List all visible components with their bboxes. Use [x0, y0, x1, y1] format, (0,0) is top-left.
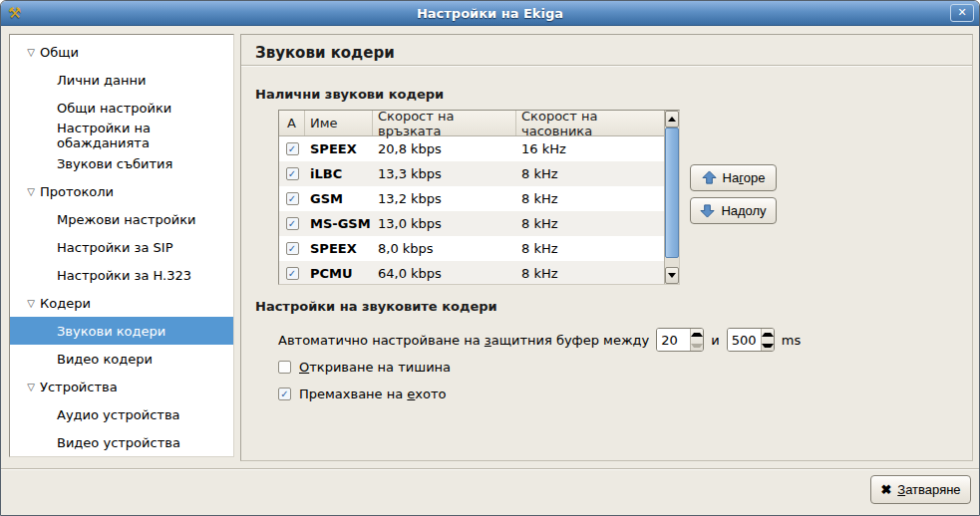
- spin-down-icon[interactable]: [691, 340, 703, 351]
- check-icon: ✓: [288, 218, 296, 229]
- preferences-window: ⚒ Настройки на Ekiga ✕ ▽ Общи Лични данн…: [0, 0, 980, 516]
- close-x-icon: ✖: [880, 482, 891, 497]
- check-icon: ✓: [280, 388, 288, 399]
- up-arrow-icon: [702, 170, 717, 185]
- codec-table-header: A Име Скорост на връзката Скорост на час…: [279, 111, 679, 136]
- footer-separator: [1, 468, 979, 470]
- jitter-unit-label: ms: [782, 333, 801, 348]
- check-icon: ✓: [288, 193, 296, 204]
- expander-icon[interactable]: ▽: [22, 382, 40, 392]
- expander-icon[interactable]: ▽: [22, 298, 40, 309]
- move-up-button[interactable]: Нагоре: [690, 164, 777, 191]
- codec-enabled-checkbox[interactable]: ✓: [286, 267, 299, 280]
- check-icon: ✓: [288, 268, 296, 279]
- codec-enabled-checkbox[interactable]: ✓: [286, 242, 299, 255]
- codec-enabled-checkbox[interactable]: ✓: [286, 217, 299, 230]
- check-icon: ✓: [288, 168, 296, 179]
- close-dialog-button[interactable]: ✖ Затваряне: [870, 475, 971, 504]
- spin-down-icon[interactable]: [762, 340, 774, 351]
- sidebar-item-lichni-danni[interactable]: Лични данни: [10, 66, 233, 94]
- jitter-max-input[interactable]: [728, 329, 761, 351]
- codec-enabled-checkbox[interactable]: ✓: [286, 142, 299, 155]
- expander-icon[interactable]: ▽: [22, 186, 40, 197]
- sidebar-section-protokoli[interactable]: ▽ Протоколи: [10, 177, 233, 205]
- column-header-active[interactable]: A: [279, 111, 305, 135]
- close-icon: ✕: [957, 6, 966, 19]
- sidebar-item-video-ustroystva[interactable]: Видео устройства: [10, 428, 233, 456]
- spin-up-icon[interactable]: [691, 329, 703, 340]
- sidebar-item-mrezhovi-nastroyki[interactable]: Мрежови настройки: [10, 205, 233, 233]
- table-row[interactable]: ✓ iLBC 13,3 kbps 8 kHz: [279, 161, 664, 186]
- available-codecs-label: Налични звукови кодери: [255, 87, 444, 102]
- table-row[interactable]: ✓ GSM 13,2 kbps 8 kHz: [279, 186, 664, 211]
- table-row[interactable]: ✓ MS-GSM 13,0 kbps 8 kHz: [279, 211, 664, 236]
- check-icon: ✓: [288, 143, 296, 154]
- jitter-conjunction-label: и: [711, 333, 719, 348]
- table-scrollbar[interactable]: [664, 111, 679, 284]
- titlebar[interactable]: ⚒ Настройки на Ekiga ✕: [1, 1, 979, 26]
- silence-detection-checkbox[interactable]: [278, 361, 291, 374]
- spin-up-icon[interactable]: [762, 329, 774, 340]
- echo-cancellation-checkbox[interactable]: ✓: [278, 387, 291, 400]
- preferences-nav-tree: ▽ Общи Лични данни Общи настройки Настро…: [9, 34, 234, 457]
- check-icon: ✓: [288, 243, 296, 254]
- scrollbar-thumb[interactable]: [665, 128, 679, 258]
- codec-table-body: ✓ SPEEX 20,8 kbps 16 kHz ✓ iLBC 13,3 kbp…: [279, 136, 664, 284]
- column-header-bandwidth[interactable]: Скорост на връзката: [373, 111, 516, 135]
- sidebar-item-zvukovi-koderi[interactable]: Звукови кодери: [10, 317, 233, 345]
- sidebar-item-nastroyki-na-obazhdaniyata[interactable]: Настройки на обажданията: [10, 122, 233, 149]
- sidebar-section-koderi[interactable]: ▽ Кодери: [10, 289, 233, 317]
- column-header-name[interactable]: Име: [305, 111, 373, 135]
- codec-table: A Име Скорост на връзката Скорост на час…: [278, 110, 680, 285]
- scroll-up-button[interactable]: [665, 111, 679, 128]
- expander-icon[interactable]: ▽: [22, 47, 40, 58]
- sidebar-item-nastroyki-za-h323[interactable]: Настройки за H.323: [10, 261, 233, 289]
- table-row[interactable]: ✓ PCMU 64,0 kbps 8 kHz: [279, 261, 664, 284]
- scroll-down-icon: [668, 273, 676, 278]
- audio-codecs-page: Звукови кодери Налични звукови кодери A …: [240, 34, 973, 461]
- column-header-clock[interactable]: Скорост на часовника: [516, 111, 664, 135]
- scroll-up-icon: [668, 117, 676, 122]
- down-arrow-icon: [700, 203, 715, 218]
- jitter-max-spinner[interactable]: [727, 328, 775, 352]
- table-row[interactable]: ✓ SPEEX 8,0 kbps 8 kHz: [279, 236, 664, 261]
- codec-settings-label: Настройки на звуковите кодери: [255, 299, 497, 314]
- tools-window-icon: ⚒: [8, 4, 21, 22]
- sidebar-item-video-koderi[interactable]: Видео кодери: [10, 345, 233, 373]
- silence-detection-checkbox-row[interactable]: Откриване на тишина: [278, 360, 451, 375]
- window-title: Настройки на Ekiga: [1, 6, 979, 21]
- sidebar-item-obshti-nastroyki[interactable]: Общи настройки: [10, 94, 233, 122]
- echo-cancellation-checkbox-row[interactable]: ✓ Премахване на ехото: [278, 387, 447, 401]
- codec-enabled-checkbox[interactable]: ✓: [286, 192, 299, 205]
- jitter-min-spinner[interactable]: [656, 328, 704, 352]
- codec-enabled-checkbox[interactable]: ✓: [286, 167, 299, 180]
- jitter-min-input[interactable]: [657, 329, 690, 351]
- jitter-buffer-row: Автоматично настройване на защитния буфе…: [278, 328, 801, 352]
- sidebar-item-zvukovi-sabitiya[interactable]: Звукови събития: [10, 149, 233, 177]
- page-title: Звукови кодери: [255, 44, 395, 62]
- move-down-button[interactable]: Надолу: [690, 197, 777, 224]
- window-close-button[interactable]: ✕: [950, 4, 974, 22]
- scroll-down-button[interactable]: [665, 267, 679, 284]
- sidebar-section-ustroystva[interactable]: ▽ Устройства: [10, 373, 233, 400]
- table-row[interactable]: ✓ SPEEX 20,8 kbps 16 kHz: [279, 136, 664, 161]
- sidebar-item-audio-ustroystva[interactable]: Аудио устройства: [10, 400, 233, 428]
- sidebar-item-nastroyki-za-sip[interactable]: Настройки за SIP: [10, 233, 233, 261]
- title-separator: [241, 65, 972, 67]
- sidebar-section-obshti[interactable]: ▽ Общи: [10, 38, 233, 66]
- jitter-buffer-label: Автоматично настройване на защитния буфе…: [278, 333, 649, 348]
